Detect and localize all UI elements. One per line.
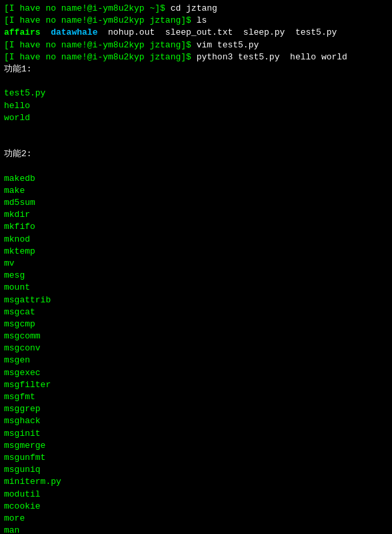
line-makedb: makedb	[4, 173, 388, 185]
line-world: world	[4, 112, 388, 124]
line-msgconv: msgconv	[4, 342, 388, 354]
text-msgcmp: msgcmp	[4, 319, 35, 329]
ls-files: nohup.out sleep_out.txt sleep.py test5.p…	[97, 27, 337, 37]
text-man: man	[4, 525, 19, 534]
line-2: [I have no name!@i-ym8u2kyp jztang]$ ls	[4, 15, 388, 27]
line-3: [I have no name!@i-ym8u2kyp jztang]$ vim…	[4, 39, 388, 51]
line-more: more	[4, 513, 388, 525]
line-hello: hello	[4, 100, 388, 112]
prompt-2: [I have no name!@i-ym8u2kyp jztang]$	[4, 15, 197, 25]
text-msgen: msgen	[4, 355, 30, 365]
line-mount: mount	[4, 282, 388, 294]
line-msgen: msgen	[4, 354, 388, 366]
line-4: [I have no name!@i-ym8u2kyp jztang]$ pyt…	[4, 51, 388, 63]
line-mcookie: mcookie	[4, 501, 388, 513]
line-make: make	[4, 185, 388, 197]
line-blank2	[4, 124, 388, 136]
text-makedb: makedb	[4, 174, 35, 184]
text-miniterm: miniterm.py	[4, 477, 61, 487]
text-mv: mv	[4, 258, 15, 268]
prompt-4: [I have no name!@i-ym8u2kyp jztang]$	[4, 52, 197, 62]
text-mknod: mknod	[4, 234, 30, 244]
text-msgunfmt: msgunfmt	[4, 453, 45, 463]
text-func2: 功能2:	[4, 149, 32, 159]
line-mktemp: mktemp	[4, 246, 388, 258]
line-msgfmt: msgfmt	[4, 391, 388, 403]
text-make: make	[4, 186, 25, 196]
line-mkdir: mkdir	[4, 209, 388, 221]
line-mv: mv	[4, 258, 388, 270]
terminal-container: [I have no name!@i-ym8u2kyp ~]$ cd jztan…	[4, 3, 388, 534]
text-mkdir: mkdir	[4, 210, 30, 220]
text-hello: hello	[4, 101, 30, 111]
line-blank3	[4, 136, 388, 148]
prompt-1: [I have no name!@i-ym8u2kyp ~]$	[4, 3, 171, 13]
line-blank4	[4, 160, 388, 172]
line-msgattrib: msgattrib	[4, 294, 388, 306]
line-msgcomm: msgcomm	[4, 330, 388, 342]
text-mesg: mesg	[4, 270, 25, 280]
line-modutil: modutil	[4, 489, 388, 501]
line-msghack: msghack	[4, 415, 388, 427]
line-func1: 功能1:	[4, 63, 388, 75]
line-msgunfmt: msgunfmt	[4, 452, 388, 464]
line-test5py: test5.py	[4, 87, 388, 99]
text-world: world	[4, 113, 30, 123]
text-func1: 功能1:	[4, 64, 32, 74]
text-test5py: test5.py	[4, 88, 45, 98]
line-msguniq: msguniq	[4, 464, 388, 476]
line-miniterm: miniterm.py	[4, 476, 388, 488]
line-msggrep: msggrep	[4, 403, 388, 415]
line-msginit: msginit	[4, 428, 388, 440]
line-mknod: mknod	[4, 234, 388, 246]
text-mount: mount	[4, 282, 30, 292]
line-msgmerge: msgmerge	[4, 440, 388, 452]
cmd-2: ls	[197, 15, 207, 25]
ls-space1	[41, 27, 51, 37]
cmd-1: cd jztang	[171, 3, 217, 13]
text-msggrep: msggrep	[4, 404, 41, 414]
cmd-4: python3 test5.py hello world	[197, 52, 347, 62]
text-msginit: msginit	[4, 429, 41, 439]
line-md5sum: md5sum	[4, 197, 388, 209]
line-msgcmp: msgcmp	[4, 318, 388, 330]
text-msgattrib: msgattrib	[4, 295, 51, 305]
text-more: more	[4, 513, 25, 523]
text-md5sum: md5sum	[4, 198, 35, 208]
cmd-3: vim test5.py	[197, 40, 259, 50]
line-ls-output: affairs datawhale nohup.out sleep_out.tx…	[4, 27, 388, 39]
text-msgexec: msgexec	[4, 368, 41, 378]
text-msghack: msghack	[4, 416, 41, 426]
text-msgcat: msgcat	[4, 307, 35, 317]
text-mktemp: mktemp	[4, 246, 35, 256]
text-msguniq: msguniq	[4, 465, 41, 475]
line-1: [I have no name!@i-ym8u2kyp ~]$ cd jztan…	[4, 3, 388, 15]
line-func2: 功能2:	[4, 148, 388, 160]
text-msgconv: msgconv	[4, 343, 41, 353]
ls-affairs: affairs	[4, 27, 41, 37]
line-blank1	[4, 75, 388, 87]
text-msgcomm: msgcomm	[4, 331, 41, 341]
prompt-3: [I have no name!@i-ym8u2kyp jztang]$	[4, 40, 197, 50]
line-msgcat: msgcat	[4, 306, 388, 318]
line-mkfifo: mkfifo	[4, 221, 388, 233]
text-modutil: modutil	[4, 489, 41, 499]
line-mesg: mesg	[4, 270, 388, 282]
text-mkfifo: mkfifo	[4, 222, 35, 232]
text-mcookie: mcookie	[4, 501, 41, 511]
text-msgmerge: msgmerge	[4, 441, 45, 451]
ls-datawhale: datawhale	[51, 27, 97, 37]
line-msgfilter: msgfilter	[4, 379, 388, 391]
text-msgfmt: msgfmt	[4, 392, 35, 402]
line-msgexec: msgexec	[4, 367, 388, 379]
text-msgfilter: msgfilter	[4, 380, 51, 390]
line-man: man	[4, 525, 388, 534]
